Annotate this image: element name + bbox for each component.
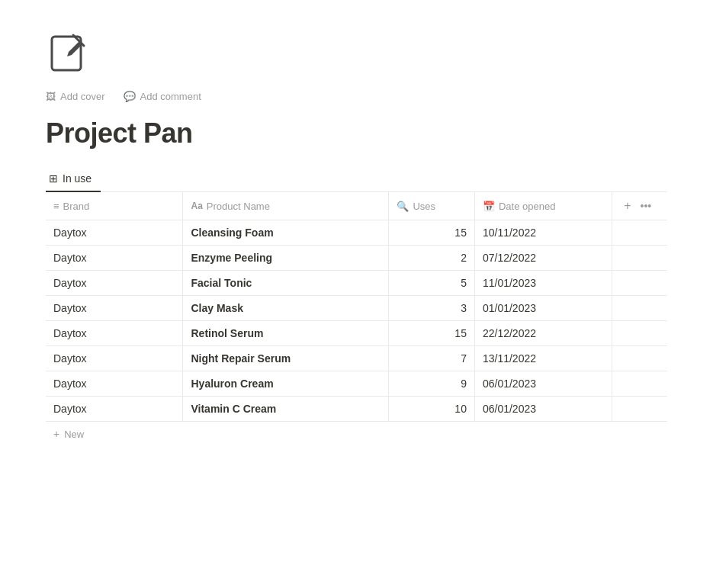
cell-date: 06/01/2023 bbox=[474, 371, 612, 397]
brand-col-label: Brand bbox=[63, 201, 90, 212]
cell-uses: 10 bbox=[389, 397, 474, 422]
list-icon: ≡ bbox=[53, 201, 59, 212]
table-row[interactable]: DaytoxHyaluron Cream906/01/2023 bbox=[46, 371, 667, 397]
col-header-brand[interactable]: ≡ Brand bbox=[46, 192, 183, 220]
add-comment-label: Add comment bbox=[140, 91, 201, 102]
cell-extra bbox=[612, 346, 667, 371]
cell-date: 07/12/2022 bbox=[474, 246, 612, 271]
cell-product: Night Repair Serum bbox=[183, 346, 389, 371]
database-table: ≡ Brand Aa Product Name 🔍 Uses bbox=[46, 192, 667, 422]
table-icon: ⊞ bbox=[49, 172, 58, 185]
cell-date: 11/01/2023 bbox=[474, 271, 612, 296]
add-comment-button[interactable]: 💬 Add comment bbox=[124, 91, 201, 102]
cell-uses: 3 bbox=[389, 296, 474, 321]
cell-product: Facial Tonic bbox=[183, 271, 389, 296]
cell-date: 01/01/2023 bbox=[474, 296, 612, 321]
cell-extra bbox=[612, 220, 667, 246]
add-cover-button[interactable]: 🖼 Add cover bbox=[46, 91, 105, 102]
date-col-label: Date opened bbox=[499, 201, 555, 212]
new-row-label: New bbox=[64, 429, 84, 440]
cell-brand: Daytox bbox=[46, 397, 183, 422]
search-icon: 🔍 bbox=[397, 201, 409, 212]
table-row[interactable]: DaytoxNight Repair Serum713/11/2022 bbox=[46, 346, 667, 371]
cell-date: 10/11/2022 bbox=[474, 220, 612, 246]
cell-brand: Daytox bbox=[46, 246, 183, 271]
uses-col-label: Uses bbox=[413, 201, 435, 212]
table-row[interactable]: DaytoxClay Mask301/01/2023 bbox=[46, 296, 667, 321]
cell-date: 13/11/2022 bbox=[474, 346, 612, 371]
cell-date: 06/01/2023 bbox=[474, 397, 612, 422]
cell-uses: 7 bbox=[389, 346, 474, 371]
cell-date: 22/12/2022 bbox=[474, 321, 612, 346]
more-options-icon[interactable]: ••• bbox=[638, 198, 654, 214]
cell-extra bbox=[612, 321, 667, 346]
cell-extra bbox=[612, 397, 667, 422]
add-column-icon[interactable]: + bbox=[620, 198, 635, 214]
calendar-icon: 📅 bbox=[483, 201, 495, 212]
table-row[interactable]: DaytoxVitamin C Cream1006/01/2023 bbox=[46, 397, 667, 422]
table-row[interactable]: DaytoxRetinol Serum1522/12/2022 bbox=[46, 321, 667, 346]
cell-extra bbox=[612, 271, 667, 296]
cell-product: Vitamin C Cream bbox=[183, 397, 389, 422]
cell-uses: 5 bbox=[389, 271, 474, 296]
tab-in-use[interactable]: ⊞ In use bbox=[46, 168, 101, 192]
image-icon: 🖼 bbox=[46, 91, 56, 102]
text-aa-icon: Aa bbox=[191, 201, 202, 211]
cell-brand: Daytox bbox=[46, 371, 183, 397]
page-icon bbox=[46, 31, 667, 79]
cell-product: Retinol Serum bbox=[183, 321, 389, 346]
cell-brand: Daytox bbox=[46, 321, 183, 346]
table-row[interactable]: DaytoxCleansing Foam1510/11/2022 bbox=[46, 220, 667, 246]
col-header-uses[interactable]: 🔍 Uses bbox=[389, 192, 474, 220]
cell-uses: 2 bbox=[389, 246, 474, 271]
table-row[interactable]: DaytoxEnzyme Peeling207/12/2022 bbox=[46, 246, 667, 271]
cell-extra bbox=[612, 296, 667, 321]
cell-uses: 15 bbox=[389, 321, 474, 346]
cell-extra bbox=[612, 371, 667, 397]
cell-product: Enzyme Peeling bbox=[183, 246, 389, 271]
cell-uses: 9 bbox=[389, 371, 474, 397]
cell-product: Clay Mask bbox=[183, 296, 389, 321]
cell-uses: 15 bbox=[389, 220, 474, 246]
plus-icon: + bbox=[53, 428, 59, 440]
view-tabs: ⊞ In use bbox=[46, 168, 667, 192]
cell-brand: Daytox bbox=[46, 346, 183, 371]
page-wrapper: 🖼 Add cover 💬 Add comment Project Pan ⊞ … bbox=[0, 0, 713, 477]
cell-product: Hyaluron Cream bbox=[183, 371, 389, 397]
cell-extra bbox=[612, 246, 667, 271]
cell-brand: Daytox bbox=[46, 271, 183, 296]
col-header-add[interactable]: + ••• bbox=[612, 192, 667, 220]
page-toolbar: 🖼 Add cover 💬 Add comment bbox=[46, 91, 667, 102]
cell-brand: Daytox bbox=[46, 220, 183, 246]
product-col-label: Product Name bbox=[207, 201, 270, 212]
comment-icon: 💬 bbox=[124, 91, 136, 102]
new-row-button[interactable]: + New bbox=[46, 422, 667, 446]
svg-rect-0 bbox=[52, 37, 81, 70]
col-header-date[interactable]: 📅 Date opened bbox=[474, 192, 612, 220]
tab-in-use-label: In use bbox=[63, 172, 92, 185]
cell-brand: Daytox bbox=[46, 296, 183, 321]
col-header-product[interactable]: Aa Product Name bbox=[183, 192, 389, 220]
page-title: Project Pan bbox=[46, 117, 667, 149]
cell-product: Cleansing Foam bbox=[183, 220, 389, 246]
add-cover-label: Add cover bbox=[60, 91, 105, 102]
table-row[interactable]: DaytoxFacial Tonic511/01/2023 bbox=[46, 271, 667, 296]
